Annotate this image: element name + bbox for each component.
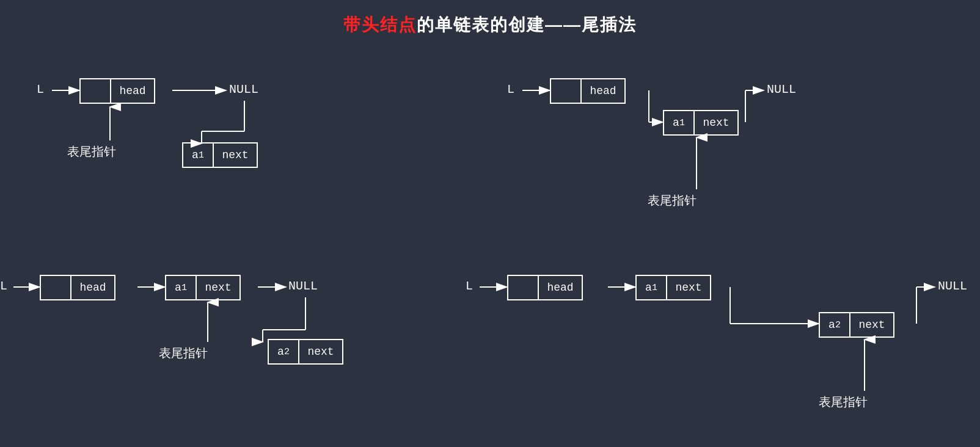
tr-a1-next-label: next — [695, 111, 737, 134]
bl-a1-node: a1 next — [165, 275, 241, 300]
bl-a2-label: a2 — [269, 340, 299, 363]
tl-tail-label: 表尾指针 — [67, 144, 116, 160]
br-a1-next-label: next — [667, 276, 710, 299]
tl-l-label: L — [37, 82, 44, 96]
bl-head-label: head — [71, 276, 114, 299]
br-l-label: L — [466, 279, 473, 293]
tr-null: NULL — [767, 82, 796, 96]
tl-a1-label: a1 — [183, 144, 214, 167]
tl-head-left-cell — [81, 79, 111, 103]
br-a2-label: a2 — [820, 313, 850, 336]
br-a1-label: a1 — [637, 276, 667, 299]
tl-a1-node: a1 next — [182, 142, 258, 168]
bl-null: NULL — [288, 279, 318, 293]
tl-a1-next-label: next — [214, 144, 257, 167]
tr-tail-label: 表尾指针 — [648, 192, 697, 209]
bl-a1-label: a1 — [166, 276, 197, 299]
bl-head-left-cell — [41, 276, 71, 299]
bl-head-node: head — [40, 275, 115, 300]
br-a1-node: a1 next — [635, 275, 711, 300]
tr-a1-label: a1 — [664, 111, 695, 134]
title-highlight: 带头结点 — [343, 15, 417, 34]
bl-l-label: L — [0, 279, 7, 293]
tl-null: NULL — [229, 82, 258, 96]
bl-tail-label: 表尾指针 — [159, 345, 208, 362]
tl-head-label: head — [111, 79, 154, 103]
br-a2-next-label: next — [850, 313, 893, 336]
tl-head-node: head — [79, 78, 155, 104]
br-tail-label: 表尾指针 — [819, 394, 868, 410]
br-head-label: head — [539, 276, 582, 299]
bl-a2-next-label: next — [299, 340, 342, 363]
br-null: NULL — [938, 279, 967, 293]
page-title: 带头结点的单链表的创建——尾插法 — [0, 0, 980, 37]
br-a2-node: a2 next — [819, 312, 894, 338]
br-head-left-cell — [508, 276, 539, 299]
diagram-arrows — [0, 0, 980, 447]
bl-a1-next-label: next — [197, 276, 240, 299]
tr-head-node: head — [550, 78, 626, 104]
tr-head-left-cell — [551, 79, 582, 103]
bl-a2-node: a2 next — [268, 339, 343, 365]
tr-head-label: head — [582, 79, 624, 103]
tr-l-label: L — [507, 82, 514, 96]
br-head-node: head — [507, 275, 583, 300]
title-suffix: 的单链表的创建——尾插法 — [417, 15, 637, 34]
tr-a1-node: a1 next — [663, 110, 739, 136]
